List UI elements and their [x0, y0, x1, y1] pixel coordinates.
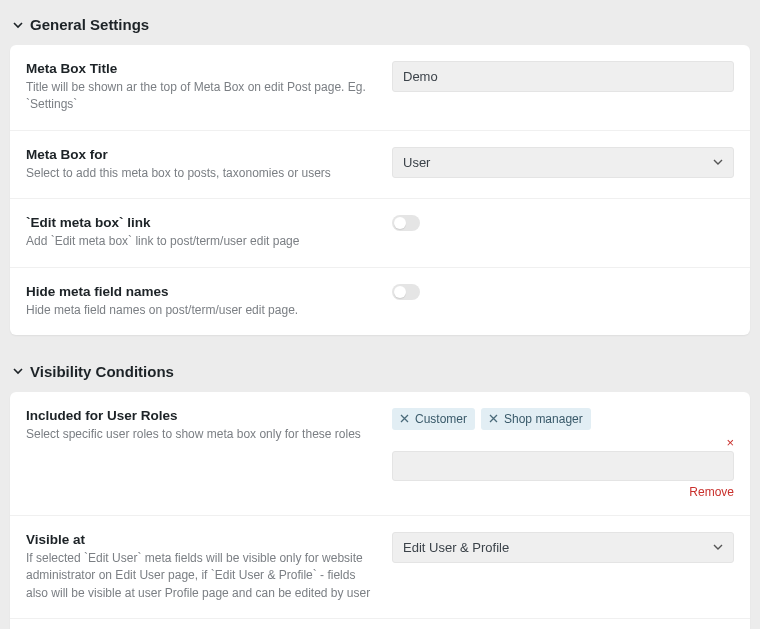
section-header-visibility[interactable]: Visibility Conditions	[10, 357, 750, 392]
panel-visibility: Included for User Roles Select specific …	[10, 392, 750, 629]
tags-user-roles: Customer Shop manager	[392, 408, 734, 430]
remove-x-icon[interactable]: ×	[392, 436, 734, 449]
section-title-visibility: Visibility Conditions	[30, 363, 174, 380]
row-right: Customer Shop manager × Remove	[392, 408, 734, 499]
row-add-condition: Add new condition Select a condition to …	[10, 619, 750, 629]
row-left: Visible at If selected `Edit User` meta …	[26, 532, 376, 602]
tag-label: Shop manager	[504, 412, 583, 426]
chevron-down-icon	[713, 542, 723, 552]
chevron-down-icon	[12, 365, 24, 377]
desc-edit-link: Add `Edit meta box` link to post/term/us…	[26, 233, 376, 250]
row-left: Meta Box Title Title will be shown ar th…	[26, 61, 376, 114]
row-left: `Edit meta box` link Add `Edit meta box`…	[26, 215, 376, 250]
row-left: Included for User Roles Select specific …	[26, 408, 376, 443]
desc-hide-names: Hide meta field names on post/term/user …	[26, 302, 376, 319]
row-edit-meta-box-link: `Edit meta box` link Add `Edit meta box`…	[10, 199, 750, 267]
row-meta-box-title: Meta Box Title Title will be shown ar th…	[10, 45, 750, 131]
desc-user-roles: Select specific user roles to show meta …	[26, 426, 376, 443]
section-header-general[interactable]: General Settings	[10, 10, 750, 45]
multiselect-user-roles[interactable]	[392, 451, 734, 481]
remove-link[interactable]: Remove	[392, 485, 734, 499]
tag-shop-manager: Shop manager	[481, 408, 591, 430]
desc-meta-box-title: Title will be shown ar the top of Meta B…	[26, 79, 376, 114]
row-right: Edit User & Profile	[392, 532, 734, 563]
row-left: Hide meta field names Hide meta field na…	[26, 284, 376, 319]
toggle-edit-link[interactable]	[392, 215, 420, 231]
row-right	[392, 215, 734, 231]
input-meta-box-title[interactable]	[392, 61, 734, 92]
select-visible-at[interactable]: Edit User & Profile	[392, 532, 734, 563]
row-right	[392, 61, 734, 92]
select-meta-box-for[interactable]: User	[392, 147, 734, 178]
toggle-hide-names[interactable]	[392, 284, 420, 300]
row-meta-box-for: Meta Box for Select to add this meta box…	[10, 131, 750, 199]
row-left: Meta Box for Select to add this meta box…	[26, 147, 376, 182]
close-icon[interactable]	[489, 414, 498, 423]
row-hide-field-names: Hide meta field names Hide meta field na…	[10, 268, 750, 335]
label-meta-box-title: Meta Box Title	[26, 61, 376, 76]
chevron-down-icon	[12, 19, 24, 31]
select-value-meta-box-for: User	[403, 155, 430, 170]
section-title-general: General Settings	[30, 16, 149, 33]
close-icon[interactable]	[400, 414, 409, 423]
row-right: User	[392, 147, 734, 178]
label-visible-at: Visible at	[26, 532, 376, 547]
panel-general: Meta Box Title Title will be shown ar th…	[10, 45, 750, 335]
label-user-roles: Included for User Roles	[26, 408, 376, 423]
select-value-visible-at: Edit User & Profile	[403, 540, 509, 555]
row-right	[392, 284, 734, 300]
row-user-roles: Included for User Roles Select specific …	[10, 392, 750, 516]
label-hide-names: Hide meta field names	[26, 284, 376, 299]
desc-meta-box-for: Select to add this meta box to posts, ta…	[26, 165, 376, 182]
chevron-down-icon	[713, 157, 723, 167]
tag-customer: Customer	[392, 408, 475, 430]
tag-label: Customer	[415, 412, 467, 426]
row-visible-at: Visible at If selected `Edit User` meta …	[10, 516, 750, 619]
label-edit-link: `Edit meta box` link	[26, 215, 376, 230]
label-meta-box-for: Meta Box for	[26, 147, 376, 162]
desc-visible-at: If selected `Edit User` meta fields will…	[26, 550, 376, 602]
